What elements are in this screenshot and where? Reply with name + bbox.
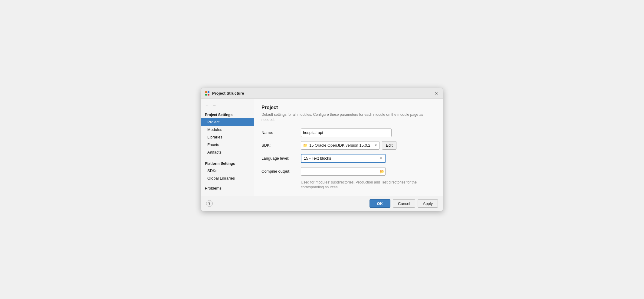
- dialog-body: ← → Project Settings Project Modules Lib…: [201, 99, 443, 196]
- sidebar-item-project[interactable]: Project: [201, 118, 254, 126]
- compiler-output-desc: Used for modules' subdirectories, Produc…: [301, 180, 435, 190]
- sdk-select[interactable]: 📁 15 Oracle OpenJDK version 15.0.2 ▼: [301, 141, 380, 150]
- svg-rect-0: [205, 91, 207, 93]
- compiler-input-wrap: 📂: [301, 167, 386, 176]
- name-label: Name:: [261, 130, 301, 135]
- svg-rect-3: [208, 94, 209, 96]
- sidebar-item-modules-label: Modules: [207, 127, 222, 132]
- apply-button[interactable]: Apply: [418, 199, 438, 208]
- language-level-value: 15 - Text blocks: [304, 156, 331, 161]
- forward-button[interactable]: →: [211, 102, 218, 109]
- sidebar-item-sdks[interactable]: SDKs: [201, 167, 254, 174]
- main-content: Project Default settings for all modules…: [254, 99, 443, 196]
- folder-icon: 📁: [303, 143, 307, 148]
- sidebar-item-global-libraries-label: Global Libraries: [207, 176, 235, 180]
- sdk-edit-button[interactable]: Edit: [382, 141, 396, 150]
- content-title: Project: [261, 105, 435, 110]
- sidebar-item-global-libraries[interactable]: Global Libraries: [201, 174, 254, 182]
- compiler-output-input[interactable]: [301, 167, 386, 176]
- cancel-button[interactable]: Cancel: [393, 199, 415, 208]
- compiler-output-label: Compiler output:: [261, 169, 301, 174]
- language-level-label: Language level:: [261, 156, 301, 161]
- name-row: Name:: [261, 128, 435, 137]
- language-level-row: Language level: 15 - Text blocks ▼: [261, 154, 435, 163]
- sidebar-item-problems[interactable]: Problems: [201, 184, 254, 192]
- name-input[interactable]: [301, 128, 392, 137]
- svg-rect-1: [208, 91, 209, 93]
- back-button[interactable]: ←: [204, 102, 210, 109]
- sidebar-item-artifacts[interactable]: Artifacts: [201, 148, 254, 156]
- sidebar-item-facets[interactable]: Facets: [201, 141, 254, 148]
- dialog-footer: ? OK Cancel Apply: [201, 196, 443, 211]
- platform-settings-header: Platform Settings: [201, 160, 254, 167]
- app-icon: [205, 91, 210, 96]
- title-bar-left: Project Structure: [205, 91, 244, 96]
- sdk-controls: 📁 15 Oracle OpenJDK version 15.0.2 ▼ Edi…: [301, 141, 396, 150]
- dialog-title: Project Structure: [212, 91, 244, 96]
- sidebar-item-libraries-label: Libraries: [207, 135, 222, 139]
- sidebar-item-libraries[interactable]: Libraries: [201, 133, 254, 141]
- language-level-select[interactable]: 15 - Text blocks ▼: [301, 154, 386, 163]
- sidebar-item-artifacts-label: Artifacts: [207, 150, 222, 154]
- sdk-value: 15 Oracle OpenJDK version 15.0.2: [309, 143, 370, 148]
- sidebar-item-problems-label: Problems: [205, 186, 222, 190]
- footer-right: OK Cancel Apply: [370, 199, 438, 208]
- project-structure-dialog: Project Structure ✕ ← → Project Settings…: [201, 88, 443, 211]
- sidebar-item-modules[interactable]: Modules: [201, 126, 254, 133]
- help-button[interactable]: ?: [206, 200, 213, 207]
- sidebar: ← → Project Settings Project Modules Lib…: [201, 99, 254, 196]
- sidebar-item-project-label: Project: [207, 120, 219, 124]
- project-settings-header: Project Settings: [201, 111, 254, 118]
- sidebar-item-sdks-label: SDKs: [207, 168, 217, 173]
- close-button[interactable]: ✕: [434, 91, 439, 96]
- language-level-label-underline: Language level:: [261, 156, 289, 161]
- nav-buttons: ← →: [201, 101, 254, 111]
- lang-chevron-icon: ▼: [380, 157, 383, 160]
- sdk-row: SDK: 📁 15 Oracle OpenJDK version 15.0.2 …: [261, 141, 435, 150]
- sdk-chevron-icon: ▼: [374, 144, 377, 147]
- compiler-folder-button[interactable]: 📂: [380, 169, 384, 174]
- sidebar-spacer: [201, 156, 254, 160]
- footer-left: ?: [206, 200, 213, 207]
- svg-rect-2: [205, 94, 207, 96]
- title-bar: Project Structure ✕: [201, 88, 443, 99]
- compiler-output-row: Compiler output: 📂: [261, 167, 435, 176]
- sidebar-item-facets-label: Facets: [207, 142, 219, 147]
- sdk-select-text: 📁 15 Oracle OpenJDK version 15.0.2: [303, 143, 370, 148]
- ok-button[interactable]: OK: [370, 199, 391, 208]
- sdk-label: SDK:: [261, 143, 301, 148]
- content-desc: Default settings for all modules. Config…: [261, 112, 435, 122]
